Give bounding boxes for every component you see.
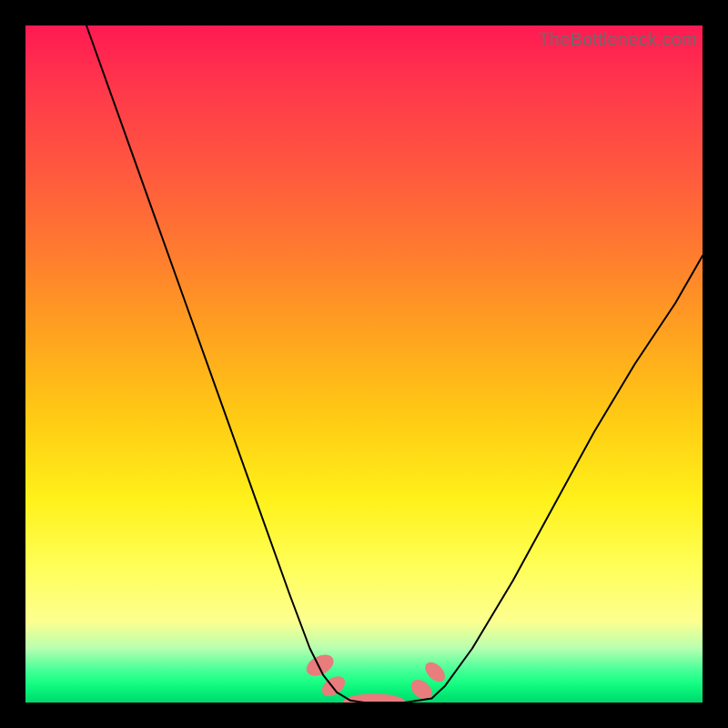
chart-frame: TheBottleneck.com — [0, 0, 728, 728]
chart-svg — [25, 25, 703, 703]
svg-point-0 — [303, 651, 338, 681]
curve-left — [86, 25, 364, 703]
chart-plot-area — [25, 25, 703, 703]
svg-point-4 — [421, 659, 449, 686]
watermark-text: TheBottleneck.com — [538, 29, 697, 50]
curve-right — [364, 256, 703, 703]
